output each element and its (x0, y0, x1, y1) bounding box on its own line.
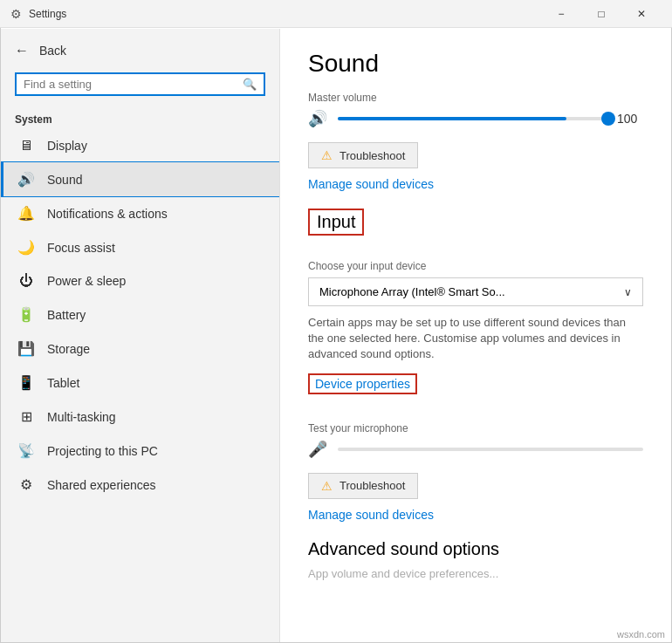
sidebar-item-storage[interactable]: 💾 Storage (1, 332, 279, 366)
display-icon: 🖥 (17, 138, 35, 154)
sidebar-item-label-tablet: Tablet (47, 376, 79, 390)
search-box[interactable]: 🔍 (15, 72, 265, 96)
sidebar-item-label-notifications: Notifications & actions (47, 207, 168, 221)
sidebar: ← Back 🔍 System 🖥 Display 🔊 Sound 🔔 Noti… (1, 29, 280, 643)
volume-slider-fill (338, 117, 566, 120)
sidebar-item-tablet[interactable]: 📱 Tablet (1, 366, 279, 400)
mic-track (338, 448, 643, 451)
battery-icon: 🔋 (17, 306, 35, 323)
app-container: ← Back 🔍 System 🖥 Display 🔊 Sound 🔔 Noti… (1, 29, 671, 643)
sidebar-item-notifications[interactable]: 🔔 Notifications & actions (1, 196, 279, 230)
troubleshoot-button-1[interactable]: ⚠ Troubleshoot (308, 142, 418, 168)
back-button[interactable]: ← Back (1, 36, 279, 65)
sidebar-item-label-power: Power & sleep (47, 274, 126, 288)
device-properties-link[interactable]: Device properties (308, 373, 417, 394)
input-device-label: Choose your input device (308, 260, 643, 272)
content-area: Sound Master volume 🔊 100 ⚠ Troubleshoot… (280, 29, 671, 643)
mic-icon: 🎤 (308, 440, 327, 459)
storage-icon: 💾 (17, 340, 35, 357)
sidebar-item-display[interactable]: 🖥 Display (1, 129, 279, 162)
sidebar-item-battery[interactable]: 🔋 Battery (1, 298, 279, 332)
settings-icon: ⚙ (10, 7, 22, 21)
warn-icon-2: ⚠ (321, 479, 333, 493)
sidebar-item-projecting[interactable]: 📡 Projecting to this PC (1, 434, 279, 468)
titlebar-title: Settings (29, 8, 541, 20)
search-input[interactable] (24, 78, 243, 91)
advanced-heading: Advanced sound options (308, 539, 643, 559)
tablet-icon: 📱 (17, 374, 35, 391)
notifications-icon: 🔔 (17, 205, 35, 222)
shared-icon: ⚙ (17, 476, 35, 493)
power-icon: ⏻ (17, 273, 35, 289)
manage-devices-link-1[interactable]: Manage sound devices (308, 177, 643, 191)
titlebar-controls: − □ ✕ (541, 0, 662, 28)
watermark: wsxdn.com (617, 629, 665, 640)
sidebar-item-power[interactable]: ⏻ Power & sleep (1, 264, 279, 298)
sound-icon: 🔊 (17, 171, 35, 188)
search-icon: 🔍 (243, 78, 257, 91)
sidebar-item-label-projecting: Projecting to this PC (47, 444, 158, 458)
volume-row: 🔊 100 (308, 109, 643, 128)
input-heading-container: Input (308, 209, 364, 236)
hint-text: Certain apps may be set up to use differ… (308, 315, 643, 363)
volume-value: 100 (617, 112, 643, 126)
sidebar-section-label: System (1, 106, 279, 129)
main-layout: ← Back 🔍 System 🖥 Display 🔊 Sound 🔔 Noti… (1, 29, 671, 643)
volume-slider-thumb[interactable] (601, 112, 615, 126)
projecting-icon: 📡 (17, 442, 35, 459)
multitasking-icon: ⊞ (17, 408, 35, 425)
close-button[interactable]: ✕ (621, 0, 662, 28)
warn-icon-1: ⚠ (321, 148, 333, 162)
sidebar-item-label-multitasking: Multi-tasking (47, 410, 116, 424)
maximize-button[interactable]: □ (581, 0, 621, 28)
mic-test-label: Test your microphone (308, 422, 643, 434)
troubleshoot-label-1: Troubleshoot (339, 149, 405, 162)
troubleshoot-label-2: Troubleshoot (339, 479, 405, 492)
manage-devices-link-2[interactable]: Manage sound devices (308, 508, 643, 522)
sidebar-item-label-sound: Sound (47, 173, 82, 187)
sidebar-item-focus[interactable]: 🌙 Focus assist (1, 230, 279, 264)
back-label: Back (39, 44, 66, 58)
chevron-down-icon: ∨ (624, 286, 632, 298)
troubleshoot-button-2[interactable]: ⚠ Troubleshoot (308, 473, 418, 499)
sidebar-item-label-display: Display (47, 139, 87, 153)
input-device-value: Microphone Array (Intel® Smart So... (319, 285, 505, 298)
sidebar-item-label-battery: Battery (47, 308, 86, 322)
minimize-button[interactable]: − (541, 0, 581, 28)
back-icon: ← (15, 43, 29, 58)
sidebar-item-label-storage: Storage (47, 342, 90, 356)
input-device-dropdown[interactable]: Microphone Array (Intel® Smart So... ∨ (308, 277, 643, 306)
sidebar-item-label-shared: Shared experiences (47, 478, 156, 492)
sidebar-item-sound[interactable]: 🔊 Sound (1, 162, 279, 196)
advanced-sub: App volume and device preferences... (308, 566, 643, 582)
page-title: Sound (308, 50, 643, 78)
volume-slider-track[interactable] (338, 117, 607, 120)
volume-icon: 🔊 (308, 109, 327, 128)
sidebar-item-shared[interactable]: ⚙ Shared experiences (1, 468, 279, 502)
input-heading: Input (317, 212, 355, 232)
focus-icon: 🌙 (17, 239, 35, 256)
titlebar: ⚙ Settings − □ ✕ (0, 0, 672, 28)
master-volume-label: Master volume (308, 92, 643, 104)
sidebar-item-multitasking[interactable]: ⊞ Multi-tasking (1, 400, 279, 434)
sidebar-item-label-focus: Focus assist (47, 241, 115, 255)
mic-row: 🎤 (308, 440, 643, 459)
